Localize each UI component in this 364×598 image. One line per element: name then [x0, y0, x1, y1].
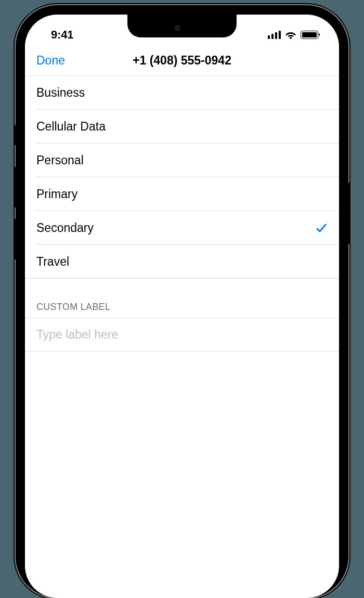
label-text: Secondary: [36, 221, 94, 235]
svg-point-0: [290, 37, 292, 39]
label-text: Cellular Data: [36, 120, 106, 134]
phone-frame: 9:41 Done +1 (408) 555-094: [16, 5, 348, 598]
label-row-business[interactable]: Business: [25, 76, 339, 110]
status-icons: [268, 31, 318, 39]
custom-label-row[interactable]: [25, 318, 339, 352]
volume-down-button: [15, 218, 18, 260]
mute-switch: [15, 125, 18, 146]
label-row-personal[interactable]: Personal: [25, 144, 339, 177]
dual-sim-signal-icon: [268, 31, 281, 39]
custom-label-header: CUSTOM LABEL: [25, 279, 339, 318]
done-button[interactable]: Done: [36, 54, 65, 68]
page-title: +1 (408) 555-0942: [133, 54, 231, 68]
label-row-travel[interactable]: Travel: [25, 245, 339, 279]
label-row-primary[interactable]: Primary: [25, 177, 339, 211]
status-time: 9:41: [51, 28, 73, 42]
label-row-secondary[interactable]: Secondary: [25, 211, 339, 245]
wifi-icon: [285, 31, 296, 39]
label-list: Business Cellular Data Personal Primary …: [25, 76, 339, 279]
battery-icon: [301, 31, 318, 39]
label-text: Primary: [36, 187, 77, 201]
notch: [127, 15, 237, 37]
label-text: Business: [36, 86, 85, 100]
label-row-cellular-data[interactable]: Cellular Data: [25, 110, 339, 144]
checkmark-icon: [315, 222, 328, 235]
label-text: Personal: [36, 153, 84, 167]
power-button: [346, 182, 349, 244]
volume-up-button: [15, 166, 18, 208]
custom-label-input[interactable]: [36, 328, 328, 342]
label-text: Travel: [36, 255, 69, 269]
nav-bar: Done +1 (408) 555-0942: [25, 46, 339, 76]
phone-screen: 9:41 Done +1 (408) 555-094: [25, 15, 339, 598]
